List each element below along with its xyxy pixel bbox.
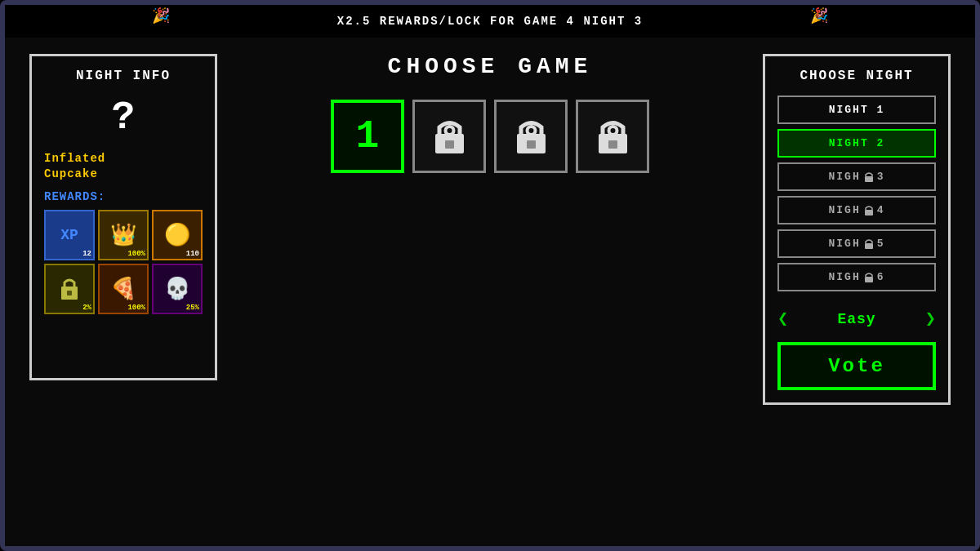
night-5-lock-icon <box>863 238 875 250</box>
vote-button[interactable]: Vote <box>777 342 936 390</box>
difficulty-label: Easy <box>837 311 875 327</box>
svg-rect-3 <box>445 140 454 149</box>
coin-icon: 🟡 <box>164 222 190 248</box>
night-3-button[interactable]: NIGH 3 <box>777 162 936 191</box>
svg-rect-1 <box>67 291 72 295</box>
night-buttons-list: NIGHT 1 NIGHT 2 NIGH 3 NIGH <box>777 96 936 291</box>
night-4-label-suffix: 4 <box>877 204 885 216</box>
reward-pizza: 🍕 100% <box>98 264 149 314</box>
svg-rect-14 <box>865 277 873 282</box>
rewards-label: REWARDS: <box>44 190 203 203</box>
top-banner: 🎉 X2.5 REWARDS/LOCK FOR GAME 4 NIGHT 3 🎉 <box>5 5 975 38</box>
svg-rect-12 <box>865 210 873 216</box>
night-1-label: NIGHT 1 <box>829 104 885 116</box>
night-6-lock-icon <box>863 272 875 283</box>
character-icon: ? <box>44 96 203 140</box>
character-name-line1: Inflated <box>44 152 203 165</box>
lock-value: 2% <box>82 304 91 312</box>
crown-icon: 👑 <box>110 222 136 248</box>
game-slot-3-lock-icon <box>513 116 550 157</box>
night-4-label: NIGH <box>828 204 860 216</box>
main-area: NIGHT INFO ? Inflated Cupcake REWARDS: X… <box>5 38 975 546</box>
difficulty-next-button[interactable]: ❯ <box>925 308 936 330</box>
character-name-line2: Cupcake <box>44 167 203 180</box>
night-5-label: NIGH <box>828 238 860 250</box>
game-slot-4[interactable] <box>576 100 649 173</box>
choose-night-title: CHOOSE NIGHT <box>777 69 936 83</box>
choose-game-title: CHOOSE GAME <box>388 54 593 79</box>
skull-value: 25% <box>186 304 199 312</box>
svg-rect-6 <box>527 140 536 149</box>
lock-reward-icon <box>57 275 82 303</box>
night-5-button[interactable]: NIGH 5 <box>777 229 936 258</box>
night-3-label-suffix: 3 <box>877 171 885 183</box>
night-5-label-suffix: 5 <box>877 238 885 250</box>
confetti-right-icon: 🎉 <box>810 7 828 24</box>
night-2-label: NIGHT 2 <box>829 137 885 149</box>
center-area: CHOOSE GAME 1 <box>234 54 746 173</box>
game-slot-3[interactable] <box>494 100 568 173</box>
top-banner-text: X2.5 REWARDS/LOCK FOR GAME 4 NIGHT 3 <box>337 15 643 28</box>
difficulty-row: ❮ Easy ❯ <box>777 308 936 330</box>
reward-xp: XP 12 <box>44 210 95 260</box>
coin-value: 110 <box>186 250 199 258</box>
night-3-lock-icon <box>863 171 875 183</box>
svg-point-10 <box>608 127 617 135</box>
game-slot-2[interactable] <box>412 100 486 173</box>
game-slot-4-lock-icon <box>595 116 631 157</box>
skull-icon: 💀 <box>164 276 190 302</box>
game-slot-1-number: 1 <box>356 114 380 158</box>
reward-skull: 💀 25% <box>152 264 203 314</box>
night-info-panel: NIGHT INFO ? Inflated Cupcake REWARDS: X… <box>29 54 217 380</box>
xp-value: 12 <box>82 250 91 258</box>
reward-coin: 🟡 110 <box>152 210 203 260</box>
game-selection-row: 1 <box>331 100 649 173</box>
svg-point-4 <box>445 127 453 135</box>
night-6-label: NIGH <box>828 271 860 283</box>
game-slot-2-lock-icon <box>431 116 468 157</box>
night-6-label-suffix: 6 <box>877 271 885 283</box>
night-3-label: NIGH <box>828 171 860 183</box>
night-info-title: NIGHT INFO <box>44 69 203 83</box>
game-slot-1[interactable]: 1 <box>331 100 404 173</box>
rewards-grid: XP 12 👑 100% 🟡 110 <box>44 210 203 314</box>
reward-crown: 👑 100% <box>98 210 149 260</box>
confetti-left-icon: 🎉 <box>152 7 170 24</box>
night-4-button[interactable]: NIGH 4 <box>777 196 936 224</box>
xp-icon: XP <box>60 227 78 243</box>
svg-rect-11 <box>865 176 873 182</box>
pizza-icon: 🍕 <box>110 276 136 302</box>
night-1-button[interactable]: NIGHT 1 <box>777 96 936 124</box>
pizza-value: 100% <box>127 304 145 312</box>
svg-point-7 <box>527 127 535 135</box>
main-frame: 🎉 X2.5 REWARDS/LOCK FOR GAME 4 NIGHT 3 🎉… <box>0 0 980 551</box>
svg-rect-13 <box>865 243 873 249</box>
night-2-button[interactable]: NIGHT 2 <box>777 129 936 158</box>
night-4-lock-icon <box>863 205 875 216</box>
crown-value: 100% <box>127 250 145 258</box>
difficulty-prev-button[interactable]: ❮ <box>777 308 788 330</box>
night-6-button[interactable]: NIGH 6 <box>777 263 936 291</box>
reward-lock: 2% <box>44 264 95 314</box>
svg-rect-9 <box>608 140 617 149</box>
choose-night-panel: CHOOSE NIGHT NIGHT 1 NIGHT 2 NIGH <box>763 54 951 405</box>
